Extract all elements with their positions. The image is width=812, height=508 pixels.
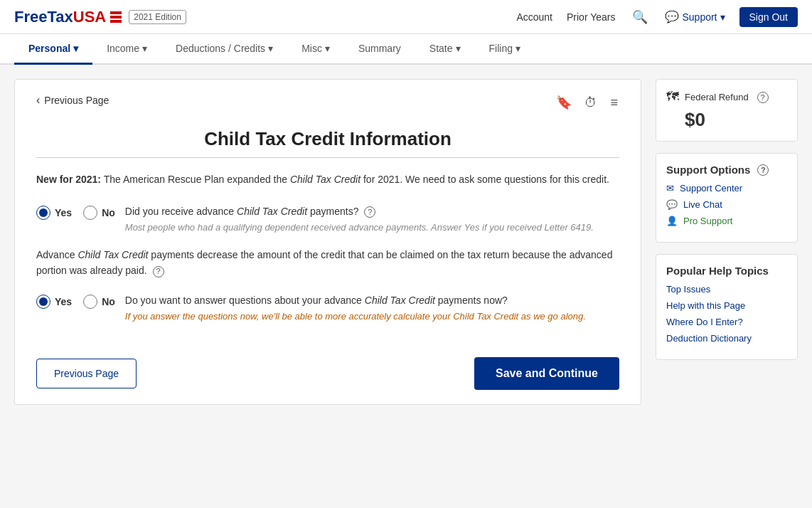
logo-area: FreeTaxUSA 2021 Edition [14,8,186,26]
support-center-link[interactable]: ✉ Support Center [666,183,787,194]
chevron-down-icon: ▾ [142,43,147,54]
pro-support-link[interactable]: 👤 Pro Support [666,216,787,226]
question1-yes-radio[interactable] [36,206,50,220]
tab-income[interactable]: Income ▾ [92,34,161,65]
info-text: Advance Child Tax Credit payments decrea… [36,247,619,279]
question1-block: Yes No Did you receive advance Child Tax… [36,204,619,233]
header: FreeTaxUSA 2021 Edition Account Prior Ye… [0,0,812,34]
chevron-down-icon: ▾ [515,43,520,54]
chat-icon: 💬 [665,10,679,23]
main-layout: ‹ Previous Page 🔖 ⏱ ≡ Child Tax Credit I… [0,65,812,419]
logo: FreeTaxUSA [14,8,122,26]
question1-row: Yes No Did you receive advance Child Tax… [36,204,619,233]
signout-button[interactable]: Sign Out [739,7,798,27]
topic-link-3[interactable]: Deduction Dictionary [666,333,787,344]
prev-page-button[interactable]: Previous Page [36,359,137,388]
nav-tabs: Personal ▾ Income ▾ Deductions / Credits… [0,34,812,65]
question1-hint: Most people who had a qualifying depende… [125,222,619,233]
support-label: Support [682,11,717,23]
question2-radio-options: Yes No [36,295,115,309]
logo-stripes [110,11,122,23]
topic-link-2[interactable]: Where Do I Enter? [666,317,787,327]
menu-button[interactable]: ≡ [609,93,619,112]
back-link[interactable]: ‹ Previous Page [36,94,109,107]
search-button[interactable]: 🔍 [629,6,651,28]
support-button[interactable]: 💬 Support ▾ [665,10,725,23]
topic-link-0[interactable]: Top Issues [666,284,787,295]
question1-radio-options: Yes No [36,206,115,220]
refund-label: Federal Refund [685,92,749,102]
chevron-down-icon: ▾ [73,43,78,54]
intro-bold: New for 2021: [36,174,101,185]
divider [36,157,619,158]
page-title: Child Tax Credit Information [36,128,619,150]
support-title: Support Options ? [666,164,787,176]
tab-filing[interactable]: Filing ▾ [475,34,535,65]
tab-personal[interactable]: Personal ▾ [14,34,92,65]
question2-hint: If you answer the questions now, we'll b… [125,311,619,322]
question1-no-radio[interactable] [83,206,97,220]
yes-text: Yes [55,207,72,218]
toolbar-icons: 🔖 ⏱ ≡ [555,93,619,112]
question2-row: Yes No Do you want to answer questions a… [36,293,619,322]
no-text2: No [102,296,115,307]
question1-help-icon[interactable]: ? [364,206,375,218]
flag-icon: 🗺 [666,90,679,105]
tab-state[interactable]: State ▾ [415,34,475,65]
question2-yes-radio[interactable] [36,295,50,309]
person-icon: 👤 [666,216,678,226]
live-chat-link[interactable]: 💬 Live Chat [666,199,787,210]
back-link-label: Previous Page [44,95,109,106]
question2-text: Do you want to answer questions about yo… [125,293,619,308]
chevron-down-icon: ▾ [720,11,725,23]
question2-content: Do you want to answer questions about yo… [125,293,619,322]
sidebar-refund: 🗺 Federal Refund ? $0 [656,79,798,142]
save-continue-button[interactable]: Save and Continue [474,357,619,390]
chevron-down-icon: ▾ [456,43,461,54]
tab-misc[interactable]: Misc ▾ [287,34,344,65]
topics-title: Popular Help Topics [666,265,787,277]
question2-no-label[interactable]: No [83,295,115,309]
bottom-buttons: Previous Page Save and Continue [36,343,619,390]
question1-content: Did you receive advance Child Tax Credit… [125,204,619,233]
intro-body: The American Rescue Plan expanded the Ch… [104,174,609,185]
tab-summary[interactable]: Summary [344,34,415,65]
intro-text: New for 2021: The American Rescue Plan e… [36,172,619,187]
prior-years-link[interactable]: Prior Years [567,11,615,23]
chevron-down-icon: ▾ [325,43,330,54]
chat-icon: 💬 [666,199,678,210]
chevron-down-icon: ▾ [268,43,273,54]
chevron-left-icon: ‹ [36,94,40,107]
question1-yes-label[interactable]: Yes [36,206,72,220]
no-text: No [102,207,115,218]
envelope-icon: ✉ [666,183,674,194]
question1-text: Did you receive advance Child Tax Credit… [125,204,619,219]
question2-block: Yes No Do you want to answer questions a… [36,293,619,322]
info-help-icon[interactable]: ? [153,266,164,277]
edition-badge: 2021 Edition [129,10,186,24]
content-top-bar: ‹ Previous Page 🔖 ⏱ ≡ [36,94,619,114]
sidebar-topics: Popular Help Topics Top Issues Help with… [656,254,798,360]
refund-help-icon[interactable]: ? [757,92,769,103]
question2-no-radio[interactable] [83,295,97,309]
sidebar: 🗺 Federal Refund ? $0 Support Options ? … [656,79,798,405]
content-area: ‹ Previous Page 🔖 ⏱ ≡ Child Tax Credit I… [14,79,641,405]
header-nav: Account Prior Years 🔍 💬 Support ▾ Sign O… [516,6,798,28]
sidebar-support: Support Options ? ✉ Support Center 💬 Liv… [656,153,798,243]
bookmark-button[interactable]: 🔖 [555,93,573,112]
account-link[interactable]: Account [516,11,552,23]
question2-yes-label[interactable]: Yes [36,295,72,309]
refund-header: 🗺 Federal Refund ? [666,90,787,105]
topic-link-1[interactable]: Help with this Page [666,300,787,311]
question1-no-label[interactable]: No [83,206,115,220]
support-help-icon[interactable]: ? [757,164,769,176]
tab-deductions-credits[interactable]: Deductions / Credits ▾ [161,34,287,65]
history-button[interactable]: ⏱ [583,93,599,112]
yes-text2: Yes [55,296,72,307]
refund-amount: $0 [685,109,787,131]
logo-text: FreeTaxUSA [14,8,106,26]
